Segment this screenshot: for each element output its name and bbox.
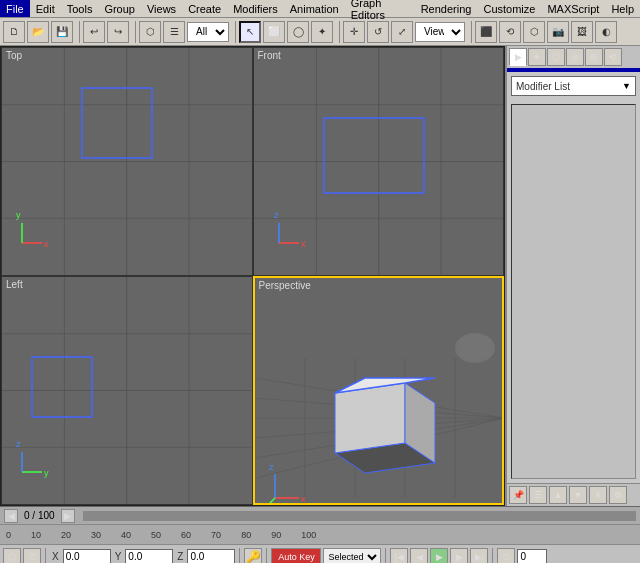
right-panel: ▶ ✦ ⬡ ◎ ⊞ ⟲ Modifier List ▼ 📌 ☰ ▲ ▼ ✕ ⚙ xyxy=(505,46,640,506)
rp-tab-motion[interactable]: ◎ xyxy=(566,48,584,66)
menu-group[interactable]: Group xyxy=(98,0,141,17)
rp-tab-create[interactable]: ▶ xyxy=(509,48,527,66)
menu-modifiers[interactable]: Modifiers xyxy=(227,0,284,17)
rp-tab-modify[interactable]: ✦ xyxy=(528,48,546,66)
lasso-btn[interactable]: ◯ xyxy=(287,21,309,43)
viewport-perspective-label: Perspective xyxy=(259,280,311,291)
time-config-btn[interactable]: ⏱ xyxy=(23,548,41,564)
tick-30: 30 xyxy=(91,530,101,540)
modifier-area xyxy=(511,104,636,479)
x-input[interactable] xyxy=(63,549,111,564)
bottom-toolbar: ⬡ ⏱ X Y Z 🔑 Auto Key Selected |◀ ◀ ▶ ▶ ▶… xyxy=(0,544,640,563)
scale-btn[interactable]: ⤢ xyxy=(391,21,413,43)
view-dropdown[interactable]: View xyxy=(415,22,465,42)
select-tool[interactable]: ↖ xyxy=(239,21,261,43)
svg-rect-17 xyxy=(324,118,424,193)
play-btn[interactable]: ▶ xyxy=(430,548,448,564)
next-frame-btn[interactable]: ▶ xyxy=(450,548,468,564)
timeline-prev-btn[interactable]: ◀ xyxy=(4,509,18,523)
redo-btn[interactable]: ↪ xyxy=(107,21,129,43)
menu-rendering[interactable]: Rendering xyxy=(415,0,478,17)
prev-frame-btn[interactable]: ◀ xyxy=(410,548,428,564)
viewport-top[interactable]: x y Top xyxy=(1,47,253,276)
svg-rect-6 xyxy=(82,88,152,158)
rp-tab-display[interactable]: ⊞ xyxy=(585,48,603,66)
bt-sep3 xyxy=(266,548,267,564)
viewport-left[interactable]: y z Left xyxy=(1,276,253,505)
rp-tab-hierarchy[interactable]: ⬡ xyxy=(547,48,565,66)
rp-del-btn[interactable]: ✕ xyxy=(589,486,607,504)
autokey-btn[interactable]: Auto Key xyxy=(271,548,321,564)
tick-10: 10 xyxy=(31,530,41,540)
viewport-left-label: Left xyxy=(6,279,23,290)
timeline-left: ◀ 0 / 100 ▶ xyxy=(0,509,79,523)
filter-dropdown[interactable]: All xyxy=(187,22,229,42)
rp-tab-utilities[interactable]: ⟲ xyxy=(604,48,622,66)
new-btn[interactable]: 🗋 xyxy=(3,21,25,43)
go-end-btn[interactable]: ▶| xyxy=(470,548,488,564)
y-input[interactable] xyxy=(125,549,173,564)
rotate-btn[interactable]: ↺ xyxy=(367,21,389,43)
rp-conf-btn[interactable]: ⚙ xyxy=(609,486,627,504)
angle-snaps-btn[interactable]: ⟲ xyxy=(499,21,521,43)
undo-btn[interactable]: ↩ xyxy=(83,21,105,43)
viewport-left-grid: y z xyxy=(2,277,252,504)
sep2 xyxy=(132,21,136,43)
obj-snaps-btn[interactable]: ⬛ xyxy=(475,21,497,43)
rp-pin-btn[interactable]: 📌 xyxy=(509,486,527,504)
viewport-front-label: Front xyxy=(258,50,281,61)
menu-edit[interactable]: Edit xyxy=(30,0,61,17)
menu-views[interactable]: Views xyxy=(141,0,182,17)
right-panel-tabs: ▶ ✦ ⬡ ◎ ⊞ ⟲ xyxy=(507,46,640,68)
active-shade-btn[interactable]: ◐ xyxy=(595,21,617,43)
open-btn[interactable]: 📂 xyxy=(27,21,49,43)
menu-create[interactable]: Create xyxy=(182,0,227,17)
viewport-front-grid: x z xyxy=(254,48,504,275)
select-region-btn[interactable]: ⬜ xyxy=(263,21,285,43)
menu-graph-editors[interactable]: Graph Editors xyxy=(345,0,415,17)
timeline-next-btn[interactable]: ▶ xyxy=(61,509,75,523)
svg-text:x: x xyxy=(44,239,49,249)
menu-help[interactable]: Help xyxy=(605,0,640,17)
render-btn[interactable]: 📷 xyxy=(547,21,569,43)
menu-file[interactable]: File xyxy=(0,0,30,17)
save-btn[interactable]: 💾 xyxy=(51,21,73,43)
timeline-track[interactable] xyxy=(83,511,636,521)
key-icon: 🔑 xyxy=(244,548,262,564)
rp-down-btn[interactable]: ▼ xyxy=(569,486,587,504)
menu-customize[interactable]: Customize xyxy=(477,0,541,17)
svg-text:x: x xyxy=(301,239,306,249)
selected-dropdown[interactable]: Selected xyxy=(323,548,381,564)
z-input[interactable] xyxy=(187,549,235,564)
go-start-btn[interactable]: |◀ xyxy=(390,548,408,564)
svg-text:z: z xyxy=(16,439,21,449)
frame-input[interactable] xyxy=(517,549,547,564)
tick-20: 20 xyxy=(61,530,71,540)
svg-text:x: x xyxy=(301,494,306,503)
svg-marker-44 xyxy=(335,383,405,453)
menu-maxscript[interactable]: MAXScript xyxy=(541,0,605,17)
time-type-btn[interactable]: ⏲ xyxy=(497,548,515,564)
main-area: x y Top x z Front xyxy=(0,46,640,506)
svg-text:z: z xyxy=(274,210,279,220)
viewports: x y Top x z Front xyxy=(0,46,505,506)
menu-animation[interactable]: Animation xyxy=(284,0,345,17)
paint-select-btn[interactable]: ✦ xyxy=(311,21,333,43)
quick-render-btn[interactable]: 🖼 xyxy=(571,21,593,43)
animate-mode-btn[interactable]: ⬡ xyxy=(3,548,21,564)
move-btn[interactable]: ✛ xyxy=(343,21,365,43)
viewport-perspective[interactable]: x z y Perspective xyxy=(253,276,505,505)
select-by-name-btn[interactable]: ☰ xyxy=(163,21,185,43)
timeline-area: ◀ 0 / 100 ▶ xyxy=(0,506,640,524)
viewport-front[interactable]: x z Front xyxy=(253,47,505,276)
toolbar: 🗋 📂 💾 ↩ ↪ ⬡ ☰ All ↖ ⬜ ◯ ✦ ✛ ↺ ⤢ View ⬛ ⟲… xyxy=(0,18,640,46)
select-btn[interactable]: ⬡ xyxy=(139,21,161,43)
rp-list-btn[interactable]: ☰ xyxy=(529,486,547,504)
tick-100: 100 xyxy=(301,530,316,540)
menu-tools[interactable]: Tools xyxy=(61,0,99,17)
spinner-snaps-btn[interactable]: ⬡ xyxy=(523,21,545,43)
modifier-dropdown[interactable]: Modifier List ▼ xyxy=(511,76,636,96)
rp-up-btn[interactable]: ▲ xyxy=(549,486,567,504)
tick-0: 0 xyxy=(6,530,11,540)
rp-blue-bar xyxy=(507,68,640,72)
